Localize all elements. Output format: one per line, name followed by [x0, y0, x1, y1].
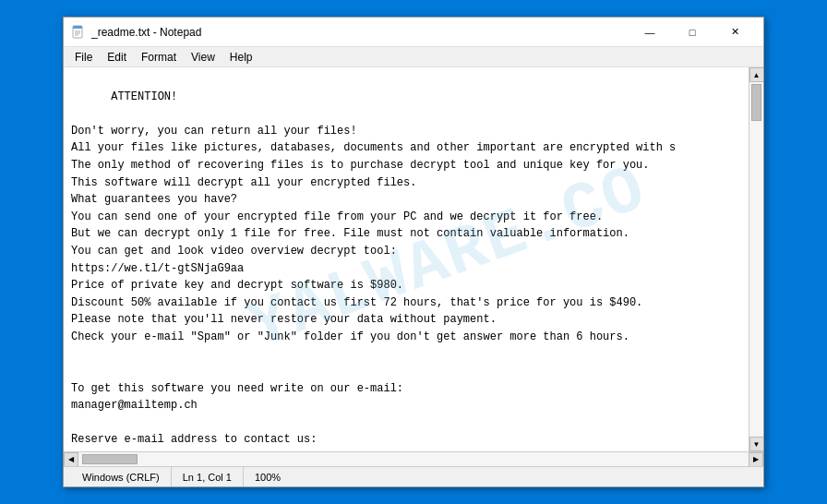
status-zoom: 100% — [244, 467, 292, 486]
horizontal-scrollbar[interactable]: ◀ ▶ — [64, 451, 763, 466]
scroll-right-arrow[interactable]: ▶ — [749, 452, 763, 467]
menu-help[interactable]: Help — [222, 49, 260, 66]
menu-format[interactable]: Format — [134, 49, 184, 66]
vertical-scrollbar[interactable]: ▲ ▼ — [749, 67, 763, 451]
scroll-left-arrow[interactable]: ◀ — [64, 452, 78, 467]
scroll-track[interactable] — [749, 82, 763, 437]
status-bar: Windows (CRLF) Ln 1, Col 1 100% — [64, 466, 763, 486]
scroll-down-arrow[interactable]: ▼ — [749, 437, 764, 451]
watermark: YALWARE.CO — [234, 139, 662, 378]
minimize-button[interactable]: — — [629, 18, 671, 47]
window-title: _readme.txt - Notepad — [91, 26, 629, 39]
menu-bar: File Edit Format View Help — [64, 47, 763, 67]
status-encoding: Windows (CRLF) — [71, 467, 172, 486]
h-scroll-track[interactable] — [78, 452, 749, 466]
app-icon — [71, 25, 86, 40]
status-position: Ln 1, Col 1 — [172, 467, 244, 486]
close-button[interactable]: ✕ — [713, 18, 756, 47]
title-bar: _readme.txt - Notepad — □ ✕ — [64, 18, 763, 47]
menu-view[interactable]: View — [184, 49, 222, 66]
svg-rect-1 — [73, 26, 82, 29]
menu-edit[interactable]: Edit — [100, 49, 134, 66]
content-area: YALWARE.COATTENTION! Don't worry, you ca… — [64, 67, 763, 451]
menu-file[interactable]: File — [67, 49, 100, 66]
maximize-button[interactable]: □ — [671, 18, 713, 47]
window-controls: — □ ✕ — [629, 18, 756, 47]
scroll-thumb[interactable] — [751, 84, 761, 121]
scroll-up-arrow[interactable]: ▲ — [749, 67, 764, 82]
notepad-window: _readme.txt - Notepad — □ ✕ File Edit Fo… — [63, 17, 764, 487]
h-scroll-thumb[interactable] — [82, 454, 138, 464]
text-editor[interactable]: YALWARE.COATTENTION! Don't worry, you ca… — [64, 67, 749, 451]
